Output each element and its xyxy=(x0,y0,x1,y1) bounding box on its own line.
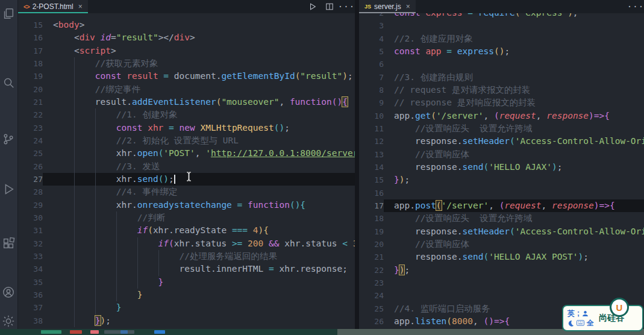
search-icon[interactable] xyxy=(2,76,15,89)
source-control-icon[interactable] xyxy=(2,133,15,146)
ime-mode-label[interactable]: 英 xyxy=(567,308,575,319)
bottom-status-strip xyxy=(0,329,644,335)
run-file-icon[interactable] xyxy=(308,2,317,11)
right-code-editor[interactable]: 2const express = require('express');34//… xyxy=(359,13,644,335)
code-line[interactable]: 19 const result = document.getElementByI… xyxy=(18,70,355,83)
activity-bar xyxy=(0,0,18,335)
code-line[interactable]: 25 xhr.open('POST', 'http://127.0.0.1:80… xyxy=(18,147,355,160)
accounts-icon[interactable] xyxy=(2,286,15,299)
code-line[interactable]: 17app.post('/server', (request, response… xyxy=(359,199,644,212)
line-number: 10 xyxy=(359,110,384,122)
status-strip-fragment xyxy=(90,330,99,334)
code-line[interactable]: 37 } xyxy=(18,301,355,314)
code-line[interactable]: 21 result.addEventListener("mouseover", … xyxy=(18,96,355,108)
line-number: 37 xyxy=(18,301,43,314)
code-line[interactable]: 22 //1. 创建对象 xyxy=(18,108,355,121)
code-line[interactable]: 13 //设置响应体 xyxy=(359,148,644,161)
code-line[interactable]: 24 xyxy=(359,289,644,302)
line-number: 36 xyxy=(18,289,43,301)
line-number: 12 xyxy=(359,135,384,148)
settings-gear-icon[interactable] xyxy=(2,315,15,328)
code-line[interactable]: 12 response.setHeader('Access-Control-Al… xyxy=(359,135,644,148)
code-line[interactable]: 18 //获取元素对象 xyxy=(18,57,355,70)
code-line[interactable]: 14 response.send('HELLO AJAX'); xyxy=(359,161,644,174)
code-line[interactable]: 38 }); xyxy=(18,315,355,327)
line-number: 24 xyxy=(359,289,384,302)
ime-fullwidth-label[interactable]: 全 xyxy=(587,318,594,328)
code-line[interactable]: 33 //处理服务端返回的结果 xyxy=(18,250,355,263)
ime-punct-label[interactable]: ; xyxy=(577,309,580,318)
line-number: 15 xyxy=(359,174,384,186)
code-line[interactable]: 22}); xyxy=(359,264,644,277)
ime-moon-icon[interactable] xyxy=(567,320,574,327)
code-line[interactable]: 24 //2. 初始化 设置类型与 URL xyxy=(18,134,355,147)
code-line[interactable]: 8// request 是对请求报文的封装 xyxy=(359,84,644,96)
code-line[interactable]: 6 xyxy=(359,58,644,70)
ime-toolbar[interactable]: 英 ; 全 尚硅谷 U xyxy=(562,305,643,331)
line-number: 26 xyxy=(359,315,384,328)
split-editor-icon[interactable] xyxy=(325,2,334,11)
close-tab-icon[interactable]: × xyxy=(406,2,410,11)
more-actions-icon[interactable]: ··· xyxy=(631,2,640,11)
line-number: 25 xyxy=(359,302,384,315)
line-number: 32 xyxy=(18,237,43,250)
line-number: 23 xyxy=(18,122,43,134)
html-file-icon: <> xyxy=(23,4,30,10)
close-tab-icon[interactable]: × xyxy=(78,2,83,11)
code-line[interactable]: 20 //绑定事件 xyxy=(18,83,355,96)
code-line[interactable]: 15}); xyxy=(359,174,644,186)
ime-user-icon[interactable] xyxy=(582,310,589,317)
status-strip-fragment xyxy=(104,330,134,334)
explorer-icon[interactable] xyxy=(2,7,15,20)
code-line[interactable]: 34 result.innerHTML = xhr.response; xyxy=(18,263,355,275)
line-number: 2 xyxy=(359,13,384,19)
extensions-icon[interactable] xyxy=(2,237,15,250)
line-number: 19 xyxy=(18,70,43,83)
code-line[interactable]: 23 xyxy=(359,277,644,289)
code-line[interactable]: 21 response.send('HELLO AJAX POST'); xyxy=(359,251,644,263)
code-line[interactable]: 11 //设置响应头 设置允许跨域 xyxy=(359,122,644,135)
editor-group-splitter[interactable] xyxy=(355,0,359,335)
code-line[interactable]: 29 xhr.onreadystatechange = function(){ xyxy=(18,199,355,211)
line-number: 21 xyxy=(359,251,384,263)
line-number: 22 xyxy=(18,108,43,121)
code-line[interactable]: 10app.get('/server', (request, response)… xyxy=(359,110,644,122)
code-line[interactable]: 31 if(xhr.readyState === 4){ xyxy=(18,224,355,237)
code-line[interactable]: 20 //设置响应体 xyxy=(359,238,644,251)
line-number: 25 xyxy=(18,147,43,160)
tab-2-post-html[interactable]: <> 2-POST.html × xyxy=(18,0,88,13)
code-line[interactable]: 15<body> xyxy=(18,19,355,31)
more-actions-icon[interactable]: ··· xyxy=(342,2,351,11)
code-line[interactable]: 23 const xhr = new XMLHttpRequest(); xyxy=(18,122,355,134)
code-line[interactable]: 17 <script> xyxy=(18,45,355,57)
line-number: 7 xyxy=(359,71,384,84)
code-line[interactable]: 32 if(xhr.status >= 200 && xhr.status < … xyxy=(18,237,355,250)
code-line[interactable]: 5const app = express(); xyxy=(359,45,644,58)
tab-server-js[interactable]: JS server.js × xyxy=(359,0,416,13)
line-number: 6 xyxy=(359,58,384,70)
code-line[interactable]: 7//3. 创建路由规则 xyxy=(359,71,644,84)
ime-keyboard-icon[interactable] xyxy=(577,320,584,326)
code-line[interactable]: 36 } xyxy=(18,289,355,301)
code-line[interactable]: 16 xyxy=(359,187,644,199)
code-line[interactable]: 2const express = require('express'); xyxy=(359,13,644,19)
line-number: 17 xyxy=(18,45,43,57)
line-number: 21 xyxy=(18,96,43,108)
code-line[interactable]: 30 //判断 xyxy=(18,211,355,224)
code-line[interactable]: 4//2. 创建应用对象 xyxy=(359,33,644,45)
line-number: 20 xyxy=(18,83,43,96)
line-number: 35 xyxy=(18,276,43,289)
status-strip-fragment xyxy=(70,330,82,334)
run-debug-icon[interactable] xyxy=(2,183,15,196)
code-line[interactable]: 18 //设置响应头 设置允许跨域 xyxy=(359,212,644,225)
line-number: 16 xyxy=(18,31,43,44)
line-number: 9 xyxy=(359,96,384,109)
line-number: 33 xyxy=(18,250,43,263)
code-line[interactable]: 35 } xyxy=(18,276,355,289)
code-line[interactable]: 28 //4. 事件绑定 xyxy=(18,186,355,198)
code-line[interactable]: 19 response.setHeader('Access-Control-Al… xyxy=(359,225,644,238)
code-line[interactable]: 9// response 是对响应报文的封装 xyxy=(359,96,644,109)
code-line[interactable]: 16 <div id="result"></div> xyxy=(18,31,355,44)
code-line[interactable]: 3 xyxy=(359,19,644,32)
line-number: 15 xyxy=(18,19,43,31)
